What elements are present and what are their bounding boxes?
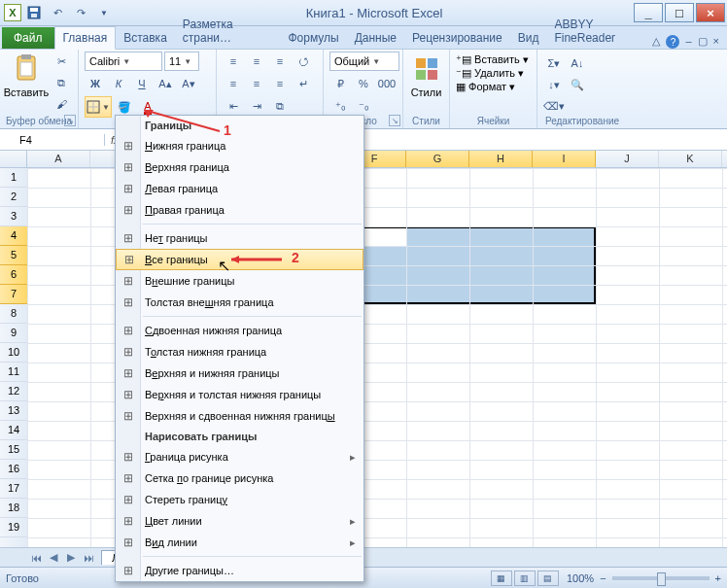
dropdown-item[interactable]: ⊞Внешние границы bbox=[116, 270, 364, 292]
row-header[interactable]: 15 bbox=[0, 440, 27, 460]
percent-button[interactable]: % bbox=[353, 74, 374, 93]
insert-cells-button[interactable]: ⁺▤ Вставить ▾ bbox=[456, 53, 529, 66]
underline-button[interactable]: Ч bbox=[131, 74, 153, 93]
dropdown-item[interactable]: ⊞Правая граница bbox=[116, 199, 364, 221]
view-page-layout-button[interactable]: ▥ bbox=[514, 571, 536, 586]
dropdown-item[interactable]: ⊞Вид линии bbox=[116, 532, 364, 553]
col-header[interactable]: J bbox=[596, 151, 659, 167]
col-header[interactable]: H bbox=[469, 151, 533, 167]
row-header[interactable]: 13 bbox=[0, 401, 27, 421]
row-header[interactable]: 6 bbox=[0, 265, 27, 285]
row-header[interactable]: 17 bbox=[0, 479, 27, 499]
tab-home[interactable]: Главная bbox=[54, 26, 117, 50]
italic-button[interactable]: К bbox=[108, 74, 129, 93]
row-header[interactable]: 12 bbox=[0, 382, 27, 401]
sheet-nav-last[interactable]: ⏭ bbox=[80, 552, 97, 564]
row-header[interactable]: 4 bbox=[0, 226, 27, 246]
col-header[interactable]: G bbox=[406, 151, 469, 167]
dropdown-item[interactable]: ⊞Сдвоенная нижняя граница bbox=[116, 320, 364, 341]
col-header[interactable]: K bbox=[659, 151, 722, 167]
align-center-button[interactable]: ≡ bbox=[246, 74, 267, 93]
mdi-close-icon[interactable]: × bbox=[713, 35, 719, 49]
close-button[interactable]: × bbox=[696, 3, 725, 22]
col-header[interactable]: A bbox=[27, 151, 90, 167]
fill-color-button[interactable]: 🪣 bbox=[114, 97, 135, 117]
dropdown-item[interactable]: ⊞Граница рисунка bbox=[116, 446, 364, 467]
font-size-combo[interactable]: 11▼ bbox=[164, 52, 199, 71]
sort-filter-button[interactable]: A↓ bbox=[567, 53, 588, 73]
align-top-button[interactable]: ≡ bbox=[223, 52, 244, 71]
select-all-corner[interactable] bbox=[0, 151, 27, 167]
delete-cells-button[interactable]: ⁻▤ Удалить ▾ bbox=[456, 67, 524, 80]
merge-center-button[interactable]: ⧉ bbox=[269, 96, 291, 116]
row-header[interactable]: 9 bbox=[0, 324, 27, 343]
format-cells-button[interactable]: ▦ Формат ▾ bbox=[456, 81, 515, 93]
find-select-button[interactable]: 🔍 bbox=[567, 75, 588, 94]
row-header[interactable]: 11 bbox=[0, 363, 27, 382]
bold-button[interactable]: Ж bbox=[85, 74, 106, 93]
styles-button[interactable]: Стили bbox=[409, 52, 443, 98]
mdi-restore-icon[interactable]: ▢ bbox=[698, 35, 708, 49]
mdi-minimize-icon[interactable]: – bbox=[685, 35, 691, 49]
row-header[interactable]: 2 bbox=[0, 188, 27, 207]
align-bottom-button[interactable]: ≡ bbox=[269, 52, 291, 71]
paste-button[interactable]: Вставить bbox=[6, 52, 47, 98]
font-name-combo[interactable]: Calibri▼ bbox=[85, 52, 162, 71]
qat-customize-button[interactable]: ▼ bbox=[93, 2, 115, 23]
row-header[interactable]: 5 bbox=[0, 246, 27, 265]
shrink-font-button[interactable]: A▾ bbox=[178, 74, 199, 93]
copy-button[interactable]: ⧉ bbox=[51, 73, 72, 92]
dropdown-item[interactable]: ⊞Левая граница bbox=[116, 178, 364, 199]
zoom-in-button[interactable]: + bbox=[715, 572, 721, 584]
sheet-nav-next[interactable]: ▶ bbox=[62, 551, 80, 564]
maximize-button[interactable]: □ bbox=[665, 3, 694, 22]
zoom-out-button[interactable]: − bbox=[600, 572, 606, 584]
number-launcher[interactable]: ↘ bbox=[389, 115, 400, 126]
tab-data[interactable]: Данные bbox=[347, 27, 404, 49]
tab-abbyy[interactable]: ABBYY FineReader bbox=[546, 14, 652, 49]
format-painter-button[interactable]: 🖌 bbox=[51, 94, 72, 114]
dropdown-item[interactable]: ⊞Цвет линии bbox=[116, 510, 364, 532]
increase-indent-button[interactable]: ⇥ bbox=[246, 96, 267, 116]
autosum-button[interactable]: Σ▾ bbox=[543, 53, 565, 73]
tab-file[interactable]: Файл bbox=[2, 27, 54, 49]
row-header[interactable]: 16 bbox=[0, 460, 27, 479]
ribbon-minimize-icon[interactable]: △ bbox=[652, 35, 660, 49]
align-left-button[interactable]: ≡ bbox=[223, 74, 244, 93]
dropdown-item[interactable]: ⊞Верхняя и нижняя границы bbox=[116, 363, 364, 384]
tab-insert[interactable]: Вставка bbox=[116, 27, 175, 49]
view-page-break-button[interactable]: ▤ bbox=[537, 571, 559, 586]
qat-save-button[interactable] bbox=[23, 2, 45, 23]
orientation-button[interactable]: ⭯ bbox=[293, 52, 314, 71]
decrease-decimal-button[interactable]: ⁻₀ bbox=[353, 96, 374, 116]
borders-split-button[interactable]: ▼ bbox=[85, 96, 112, 118]
tab-formulas[interactable]: Формулы bbox=[280, 27, 346, 49]
zoom-slider[interactable] bbox=[612, 576, 710, 580]
fill-button[interactable]: ↓▾ bbox=[543, 75, 565, 94]
wrap-text-button[interactable]: ↵ bbox=[293, 74, 314, 93]
col-header[interactable]: I bbox=[533, 151, 596, 167]
align-right-button[interactable]: ≡ bbox=[269, 74, 291, 93]
qat-undo-button[interactable]: ↶ bbox=[47, 2, 68, 23]
dropdown-item[interactable]: ⊞Верхняя и сдвоенная нижняя границы bbox=[116, 405, 364, 427]
view-normal-button[interactable]: ▦ bbox=[491, 571, 512, 586]
row-header[interactable]: 14 bbox=[0, 421, 27, 440]
cut-button[interactable]: ✂ bbox=[51, 52, 72, 71]
dropdown-item[interactable]: ⊞Толстая нижняя граница bbox=[116, 341, 364, 363]
name-box[interactable]: F4 bbox=[0, 134, 105, 146]
grow-font-button[interactable]: A▴ bbox=[155, 74, 176, 93]
tab-review[interactable]: Рецензирование bbox=[404, 27, 510, 49]
align-middle-button[interactable]: ≡ bbox=[246, 52, 267, 71]
dropdown-item[interactable]: ⊞Верхняя граница bbox=[116, 156, 364, 178]
clear-button[interactable]: ⌫▾ bbox=[543, 96, 565, 116]
row-header[interactable]: 19 bbox=[0, 518, 27, 537]
help-icon[interactable]: ? bbox=[666, 35, 679, 49]
sheet-nav-prev[interactable]: ◀ bbox=[45, 551, 62, 564]
row-header[interactable]: 3 bbox=[0, 207, 27, 226]
dropdown-item[interactable]: ⊞Другие границы… bbox=[116, 560, 364, 581]
row-header[interactable]: 10 bbox=[0, 343, 27, 363]
dropdown-item[interactable]: ⊞Верхняя и толстая нижняя границы bbox=[116, 384, 364, 405]
increase-decimal-button[interactable]: ⁺₀ bbox=[329, 96, 351, 116]
dropdown-item[interactable]: ⊞Толстая внешняя граница bbox=[116, 292, 364, 313]
row-header[interactable]: 18 bbox=[0, 499, 27, 518]
